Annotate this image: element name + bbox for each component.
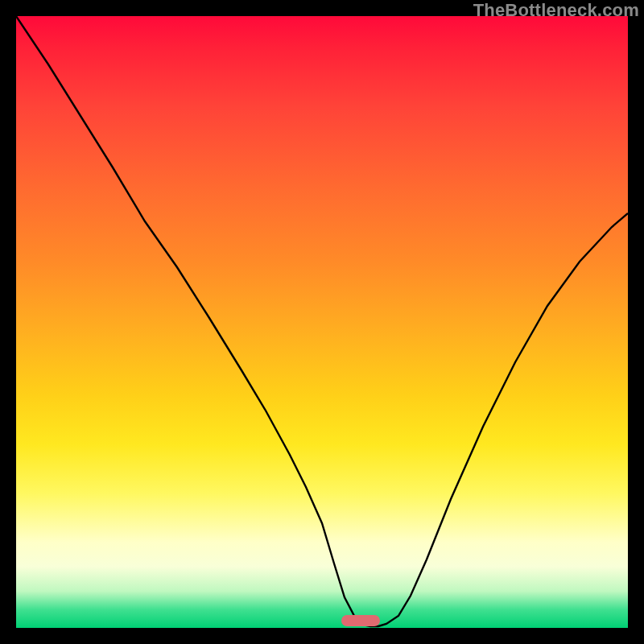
watermark-text: TheBottleneck.com [473,0,639,21]
chart-frame: TheBottleneck.com [0,0,644,644]
plot-area [16,16,628,628]
bottleneck-curve [16,16,628,626]
optimum-marker [341,615,380,626]
curve-svg [16,16,628,628]
